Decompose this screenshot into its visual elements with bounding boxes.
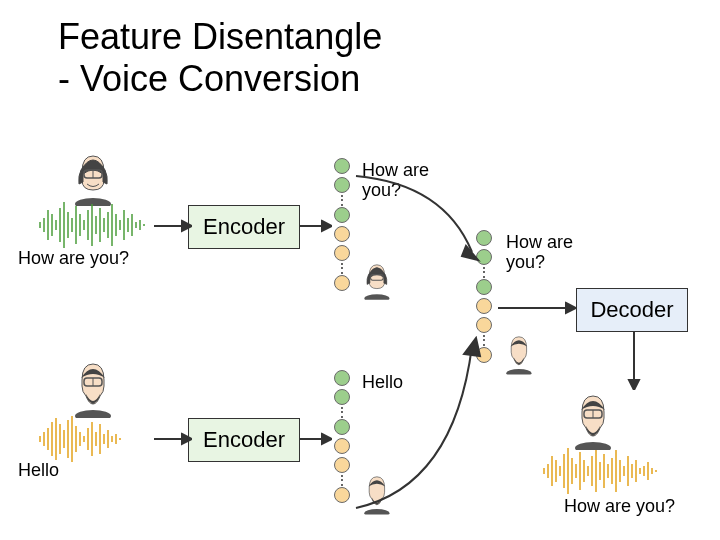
arrow-speaker-to-mix bbox=[354, 336, 484, 516]
speaker-dot bbox=[334, 457, 350, 473]
content-dot bbox=[334, 419, 350, 435]
svg-marker-63 bbox=[322, 434, 332, 444]
svg-marker-67 bbox=[464, 338, 480, 356]
ellipsis-icon: ⋮ bbox=[336, 264, 348, 272]
arrow-from-encoder-1 bbox=[298, 216, 332, 236]
arrow-from-encoder-2 bbox=[298, 429, 332, 449]
ellipsis-icon: ⋮ bbox=[336, 196, 348, 204]
speaker-dot bbox=[476, 317, 492, 333]
arrow-to-encoder-1 bbox=[152, 216, 192, 236]
svg-marker-61 bbox=[182, 434, 192, 444]
avatar-male-output bbox=[566, 392, 620, 454]
title-line-2: - Voice Conversion bbox=[58, 58, 360, 99]
svg-marker-69 bbox=[566, 303, 576, 313]
avatar-male-small-2 bbox=[500, 334, 538, 377]
feature-column-2: ⋮ ⋮ bbox=[334, 370, 350, 503]
speaker-dot bbox=[334, 226, 350, 242]
title-line-1: Feature Disentangle bbox=[58, 16, 382, 57]
decoder-box: Decoder bbox=[576, 288, 688, 332]
input-text-1: How are you? bbox=[18, 248, 129, 269]
speaker-dot bbox=[476, 298, 492, 314]
encoder-label-2: Encoder bbox=[203, 427, 285, 453]
output-text: How are you? bbox=[564, 496, 675, 517]
ellipsis-icon: ⋮ bbox=[336, 476, 348, 484]
content-dot bbox=[334, 177, 350, 193]
avatar-male-1 bbox=[66, 360, 120, 422]
arrow-to-encoder-2 bbox=[152, 429, 192, 449]
waveform-orange-output bbox=[540, 446, 680, 496]
speaker-dot bbox=[334, 245, 350, 261]
arrow-content-to-mix bbox=[354, 174, 484, 264]
content-dot bbox=[476, 279, 492, 295]
speaker-dot bbox=[334, 438, 350, 454]
svg-point-65 bbox=[506, 369, 531, 375]
svg-point-34 bbox=[364, 294, 389, 300]
decoder-label: Decoder bbox=[590, 297, 673, 323]
content-dot bbox=[334, 158, 350, 174]
svg-marker-31 bbox=[182, 221, 192, 231]
svg-marker-71 bbox=[629, 380, 639, 390]
encoder-label-1: Encoder bbox=[203, 214, 285, 240]
speaker-dot bbox=[334, 275, 350, 291]
avatar-female-small-1 bbox=[358, 262, 396, 303]
content-dot bbox=[334, 207, 350, 223]
encoder-box-1: Encoder bbox=[188, 205, 300, 249]
input-text-2: Hello bbox=[18, 460, 59, 481]
waveform-green-1 bbox=[36, 200, 156, 250]
ellipsis-icon: ⋮ bbox=[478, 268, 490, 276]
arrow-from-decoder bbox=[624, 330, 644, 390]
ellipsis-icon: ⋮ bbox=[336, 408, 348, 416]
speaker-dot bbox=[334, 487, 350, 503]
waveform-orange-1 bbox=[36, 414, 156, 464]
svg-marker-33 bbox=[322, 221, 332, 231]
encoder-box-2: Encoder bbox=[188, 418, 300, 462]
content-dot bbox=[334, 370, 350, 386]
content-dot bbox=[334, 389, 350, 405]
mixed-text-content: How are you? bbox=[506, 232, 586, 272]
arrow-to-decoder bbox=[496, 298, 576, 318]
feature-column-1: ⋮ ⋮ bbox=[334, 158, 350, 291]
